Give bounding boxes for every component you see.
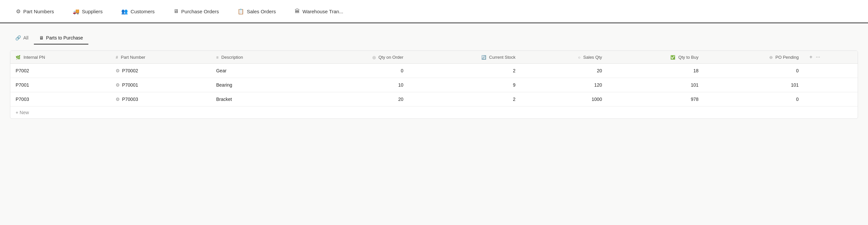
cell-description: Gear [211, 64, 304, 78]
more-options-button[interactable]: ··· [816, 54, 820, 60]
suppliers-icon: 🚚 [73, 8, 80, 14]
current-stock-col-icon: 🔄 [481, 55, 486, 60]
cell-qty-on-order: 20 [304, 92, 409, 106]
cell-po-pending: 0 [704, 92, 804, 106]
nav-item-part-numbers[interactable]: ⚙ Part Numbers [7, 0, 63, 23]
cell-qty-on-order: 0 [304, 64, 409, 78]
cell-sales-qty: 120 [521, 78, 607, 92]
nav-label-suppliers: Suppliers [82, 9, 103, 14]
internal-pn-col-icon: 🌿 [16, 55, 21, 60]
cell-current-stock: 2 [409, 92, 521, 106]
col-header-qty-to-buy: ✅ Qty to Buy [607, 51, 704, 64]
tab-parts-to-purchase[interactable]: 🖥 Parts to Purchase [34, 33, 88, 44]
col-header-actions: + ··· [804, 51, 858, 64]
cell-part-number: ⚙P70003 [110, 92, 211, 106]
po-pending-col-icon: ⊖ [769, 55, 773, 60]
sales-qty-col-icon: ○ [578, 55, 580, 60]
nav-item-customers[interactable]: 👥 Customers [112, 0, 164, 23]
description-col-icon: ≡ [216, 55, 219, 60]
cell-actions [804, 78, 858, 92]
nav-label-sales-orders: Sales Orders [247, 9, 276, 14]
add-column-button[interactable]: + [809, 54, 812, 60]
col-header-sales-qty: ○ Sales Qty [521, 51, 607, 64]
tab-all-label: All [23, 35, 29, 40]
cell-qty-on-order: 10 [304, 78, 409, 92]
warehouse-tran-icon: 🏛 [294, 8, 300, 14]
cell-internal-pn: P7003 [10, 92, 110, 106]
sales-orders-icon: 📋 [238, 8, 244, 14]
cell-qty-to-buy: 978 [607, 92, 704, 106]
nav-label-purchase-orders: Purchase Orders [181, 9, 219, 14]
col-header-part-number: # Part Number [110, 51, 211, 64]
table-row[interactable]: P7002 ⚙P70002 Gear 0 2 20 18 0 [10, 64, 858, 78]
nav-label-part-numbers: Part Numbers [23, 9, 54, 14]
nav-label-warehouse-tran: Warehouse Tran... [303, 9, 343, 14]
table-header-row: 🌿 Internal PN # Part Number ≡ Descriptio… [10, 51, 858, 64]
col-header-qty-on-order: ◎ Qty on Order [304, 51, 409, 64]
nav-item-sales-orders[interactable]: 📋 Sales Orders [228, 0, 285, 23]
part-numbers-icon: ⚙ [16, 8, 21, 14]
purchase-orders-icon: 🖥 [174, 8, 179, 14]
tab-all-icon: 🔗 [15, 35, 21, 40]
nav-item-warehouse-tran[interactable]: 🏛 Warehouse Tran... [285, 0, 353, 23]
add-new-label: + New [16, 110, 29, 115]
cell-part-number: ⚙P70002 [110, 64, 211, 78]
cell-current-stock: 2 [409, 64, 521, 78]
tab-parts-icon: 🖥 [39, 35, 44, 40]
cell-current-stock: 9 [409, 78, 521, 92]
part-gear-icon: ⚙ [116, 82, 120, 88]
cell-sales-qty: 20 [521, 64, 607, 78]
tab-parts-label: Parts to Purchase [46, 35, 83, 40]
cell-actions [804, 92, 858, 106]
cell-part-number: ⚙P70001 [110, 78, 211, 92]
add-new-row-button[interactable]: + New [10, 106, 858, 119]
cell-internal-pn: P7001 [10, 78, 110, 92]
cell-qty-to-buy: 101 [607, 78, 704, 92]
top-nav: ⚙ Part Numbers 🚚 Suppliers 👥 Customers 🖥… [0, 0, 868, 23]
cell-description: Bearing [211, 78, 304, 92]
part-gear-icon: ⚙ [116, 68, 120, 73]
cell-po-pending: 101 [704, 78, 804, 92]
col-header-po-pending: ⊖ PO Pending [704, 51, 804, 64]
col-header-internal-pn: 🌿 Internal PN [10, 51, 110, 64]
cell-qty-to-buy: 18 [607, 64, 704, 78]
cell-sales-qty: 1000 [521, 92, 607, 106]
cell-description: Bracket [211, 92, 304, 106]
table-row[interactable]: P7003 ⚙P70003 Bracket 20 2 1000 978 0 [10, 92, 858, 106]
cell-actions [804, 64, 858, 78]
nav-item-purchase-orders[interactable]: 🖥 Purchase Orders [164, 0, 228, 23]
col-header-current-stock: 🔄 Current Stock [409, 51, 521, 64]
tab-bar: 🔗 All 🖥 Parts to Purchase [10, 33, 858, 44]
cell-internal-pn: P7002 [10, 64, 110, 78]
data-table: 🌿 Internal PN # Part Number ≡ Descriptio… [10, 51, 858, 119]
qty-to-buy-col-icon: ✅ [670, 55, 675, 60]
table-row[interactable]: P7001 ⚙P70001 Bearing 10 9 120 101 101 [10, 78, 858, 92]
nav-item-suppliers[interactable]: 🚚 Suppliers [63, 0, 112, 23]
main-content: 🔗 All 🖥 Parts to Purchase 🌿 Internal PN … [0, 23, 868, 128]
part-number-col-icon: # [116, 55, 118, 60]
col-header-description: ≡ Description [211, 51, 304, 64]
nav-label-customers: Customers [130, 9, 155, 14]
qty-on-order-col-icon: ◎ [372, 55, 376, 60]
customers-icon: 👥 [121, 8, 128, 14]
cell-po-pending: 0 [704, 64, 804, 78]
part-gear-icon: ⚙ [116, 97, 120, 102]
tab-all[interactable]: 🔗 All [10, 33, 34, 44]
